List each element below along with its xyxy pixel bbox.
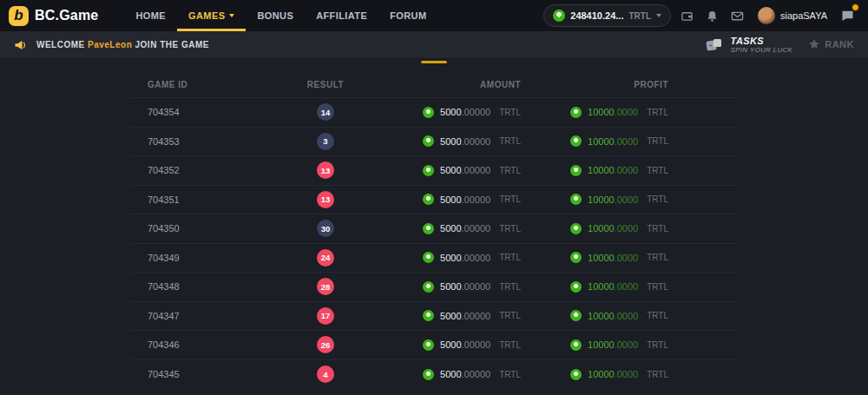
welcome-prefix: WELCOME [36,40,88,49]
bets-table: GAME ID RESULT AMOUNT PROFIT 704354 14 5… [130,72,738,389]
profit-value: 10000.0000 [588,194,638,205]
amount-cell: 5000.00000 TRTL [373,281,556,293]
table-row[interactable]: 704345 4 5000.00000 TRTL 10000.0000 TRTL [130,360,738,390]
profit-value: 10000.0000 [588,165,638,175]
profit-value: 10000.0000 [588,253,638,263]
trtl-coin-icon [570,339,582,351]
rank-button[interactable]: RANK [808,38,854,50]
result-cell: 17 [278,307,373,325]
table-row[interactable]: 704350 30 5000.00000 TRTL 10000.0000 TRT… [130,214,738,244]
table-row[interactable]: 704349 24 5000.00000 TRTL 10000.0000 TRT… [130,244,738,273]
nav-item-bonus[interactable]: BONUS [246,0,305,31]
page: b BC.Game HOME GAMES BONUS AFFILIATE FOR… [0,0,868,395]
table-row[interactable]: 704351 13 5000.00000 TRTL 10000.0000 TRT… [130,186,738,215]
nav-item-home[interactable]: HOME [124,0,177,31]
chevron-down-icon [229,14,234,17]
result-badge: 17 [317,307,334,325]
trtl-coin-icon [570,135,582,147]
result-cell: 24 [278,249,373,267]
amount-value: 5000.00000 [440,223,490,234]
trtl-coin-icon [570,194,582,205]
messages-button[interactable] [729,7,746,24]
balance-amount: 248410.24... [570,10,623,21]
megaphone-icon [14,38,28,52]
welcome-suffix: JOIN THE GAME [132,40,209,49]
trtl-coin-icon [423,310,434,321]
tasks-dice-icon [705,36,724,53]
game-id-cell: 704349 [130,253,278,263]
nav-item-affiliate[interactable]: AFFILIATE [305,0,378,31]
rank-label: RANK [825,39,854,49]
result-badge: 4 [317,365,334,383]
table-row[interactable]: 704347 17 5000.00000 TRTL 10000.0000 TRT… [130,302,738,332]
trtl-coin-icon [423,165,434,176]
amount-value: 5000.00000 [440,281,490,292]
amount-cell: 5000.00000 TRTL [373,369,556,380]
amount-cell: 5000.00000 TRTL [373,194,556,205]
balance-selector[interactable]: 248410.24... TRTL [543,4,671,27]
result-cell: 26 [278,336,373,353]
game-id-cell: 704351 [130,194,278,205]
profit-currency-label: TRTL [647,282,668,292]
amount-value: 5000.00000 [440,194,490,205]
tasks-subtitle: SPIN YOUR LUCK [731,46,793,54]
wallet-button[interactable] [679,7,696,24]
main-nav: HOME GAMES BONUS AFFILIATE FORUM [124,0,437,31]
welcome-message: WELCOME PaveLeon JOIN THE GAME [36,40,209,49]
result-cell: 3 [278,133,373,150]
trtl-coin-icon [423,135,434,147]
table-row[interactable]: 704353 3 5000.00000 TRTL 10000.0000 TRTL [130,128,738,157]
profit-currency-label: TRTL [647,166,668,175]
result-badge: 24 [317,249,334,267]
bc-game-logo[interactable]: b BC.Game [9,0,98,31]
table-row[interactable]: 704346 26 5000.00000 TRTL 10000.0000 TRT… [130,331,738,360]
amount-cell: 5000.00000 TRTL [373,107,556,118]
profit-value: 10000.0000 [588,339,638,350]
nav-item-forum[interactable]: FORUM [378,0,437,31]
table-row[interactable]: 704352 13 5000.00000 TRTL 10000.0000 TRT… [130,156,738,186]
announcement-bar: WELCOME PaveLeon JOIN THE GAME TASKS SPI… [0,31,868,59]
nav-item-games[interactable]: GAMES [177,0,246,31]
profit-currency-label: TRTL [647,108,668,117]
game-id-cell: 704345 [130,369,278,379]
result-cell: 30 [278,220,373,237]
table-row[interactable]: 704348 28 5000.00000 TRTL 10000.0000 TRT… [130,273,738,302]
profit-cell: 10000.0000 TRTL [556,281,738,293]
balance-currency: TRTL [628,11,651,21]
table-row[interactable]: 704354 14 5000.00000 TRTL 10000.0000 TRT… [130,98,738,128]
result-cell: 4 [278,365,373,383]
profit-currency-label: TRTL [647,340,668,350]
amount-currency-label: TRTL [499,136,521,146]
amount-value: 5000.00000 [440,107,490,117]
trtl-coin-icon [423,281,434,293]
profit-cell: 10000.0000 TRTL [556,369,738,380]
notifications-button[interactable] [704,7,721,24]
column-header-game-id: GAME ID [130,80,278,89]
game-id-cell: 704354 [130,107,278,117]
column-header-amount: AMOUNT [373,80,556,89]
result-badge: 28 [317,278,334,295]
main-content: GAME ID RESULT AMOUNT PROFIT 704354 14 5… [0,59,868,395]
result-cell: 14 [278,103,373,121]
profit-value: 10000.0000 [588,223,638,234]
result-badge: 14 [317,103,334,121]
top-bar: b BC.Game HOME GAMES BONUS AFFILIATE FOR… [0,0,868,31]
trtl-coin-icon [423,223,434,234]
wallet-icon [681,10,694,23]
trtl-coin-icon [570,281,582,293]
amount-currency-label: TRTL [499,224,521,234]
amount-cell: 5000.00000 TRTL [373,310,556,321]
tasks-button[interactable]: TASKS SPIN YOUR LUCK [705,36,793,55]
trtl-coin-icon [570,252,582,263]
avatar [758,7,775,24]
trtl-coin-icon [570,369,582,380]
chat-button[interactable] [837,6,858,25]
amount-value: 5000.00000 [440,165,490,175]
game-id-cell: 704353 [130,136,278,147]
nav-item-games-label: GAMES [188,10,225,21]
trtl-coin-icon [423,339,434,351]
amount-value: 5000.00000 [440,253,490,263]
bc-game-logo-icon: b [9,6,29,26]
user-menu[interactable]: siapaSAYA [758,7,827,24]
chat-bubble-icon [840,9,855,23]
